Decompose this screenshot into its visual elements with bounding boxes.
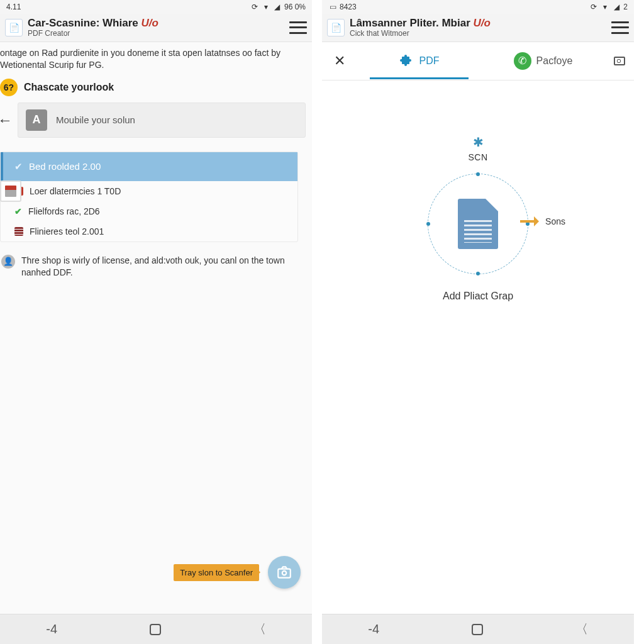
- list-item-label: Loer dlatermcies 1 T0D: [30, 186, 121, 196]
- nav-home[interactable]: [150, 624, 161, 635]
- status-battery: 2: [623, 3, 628, 11]
- app-title-accent: U/o: [141, 17, 158, 29]
- text-input-row[interactable]: A Moubile your solun: [18, 103, 306, 138]
- add-document-target[interactable]: Sons: [428, 174, 528, 274]
- signal-icon: ◢: [273, 3, 282, 11]
- back-arrow-icon[interactable]: ←: [0, 111, 14, 129]
- app-title-accent: U/o: [474, 17, 491, 29]
- puzzle-icon: [399, 53, 414, 69]
- svg-point-1: [282, 571, 287, 575]
- app-title-text: Car-Scasnine: Whiare: [28, 17, 138, 29]
- close-button[interactable]: ✕: [322, 43, 357, 79]
- scn-label: SCN: [468, 152, 487, 162]
- grid-icon: [14, 227, 23, 236]
- app-header: 📄 Car-Scasnine: Whiare U/o PDF Creator: [0, 14, 312, 42]
- app-subtitle: Cick that Witmoer: [350, 30, 606, 38]
- image-icon: [614, 57, 625, 65]
- signal-icon: ◢: [612, 3, 621, 11]
- document-thumbnail[interactable]: [0, 180, 21, 202]
- nav-recent[interactable]: -4: [368, 622, 379, 636]
- card-icon: ▭: [328, 3, 337, 11]
- system-nav: -4 〈: [0, 614, 312, 644]
- list-item-label: Flielfords rac, 2D6: [28, 206, 100, 216]
- fab-container: Tray slon to Scanfer: [174, 556, 301, 589]
- scn-marker: ✱ SCN: [468, 135, 487, 162]
- input-placeholder: Moubile your solun: [56, 114, 135, 125]
- system-nav: -4 〈: [322, 614, 634, 644]
- app-header: 📄 Lâmsanner Pliter. Mbiar U/o Cick that …: [322, 14, 634, 42]
- list-item[interactable]: Flinieres teol 2.001: [1, 221, 297, 242]
- document-list: ✔ Bed roolded 2.00 Loer dlatermcies 1 T0…: [0, 152, 298, 242]
- list-item[interactable]: ✔ Flielfords rac, 2D6: [1, 201, 297, 221]
- wifi-icon: ▾: [601, 3, 609, 11]
- font-icon: A: [26, 109, 47, 131]
- menu-button[interactable]: [611, 21, 629, 34]
- camera-icon: [276, 564, 292, 580]
- sync-icon: ⟳: [250, 3, 259, 11]
- tab-label: PDF: [419, 55, 440, 67]
- scan-fab[interactable]: [268, 556, 301, 589]
- wifi-icon: ▾: [262, 3, 270, 11]
- svg-rect-0: [278, 569, 291, 578]
- app-logo-icon: 📄: [327, 19, 345, 36]
- status-time: 4.11: [6, 3, 21, 11]
- tab-more[interactable]: [605, 47, 634, 75]
- menu-button[interactable]: [289, 21, 307, 34]
- tab-pacfoye[interactable]: ✆ Pacfoye: [481, 42, 605, 80]
- nav-home[interactable]: [472, 624, 483, 635]
- status-bar: 4.11 ⟳ ▾ ◢ 96 0%: [0, 0, 312, 14]
- phone-left: 4.11 ⟳ ▾ ◢ 96 0% 📄 Car-Scasnine: Whiare …: [0, 0, 322, 644]
- document-icon: [458, 199, 498, 249]
- tab-bar: ✕ PDF ✆ Pacfoye: [322, 42, 634, 80]
- tab-pdf[interactable]: PDF: [357, 43, 481, 79]
- whatsapp-icon: ✆: [514, 52, 531, 70]
- list-item[interactable]: Loer dlatermcies 1 T0D: [1, 181, 297, 201]
- sync-icon: ⟳: [589, 3, 598, 11]
- status-time: 8423: [340, 3, 357, 11]
- empty-state: ✱ SCN Sons Add Pliact Grap: [322, 80, 634, 614]
- list-item-selected[interactable]: ✔ Bed roolded 2.00: [1, 152, 297, 181]
- phone-right: ▭ 8423 ⟳ ▾ ◢ 2 📄 Lâmsanner Pliter. Mbiar…: [322, 0, 644, 644]
- empty-caption: Add Pliact Grap: [443, 291, 513, 302]
- app-title: Lâmsanner Pliter. Mbiar U/o: [350, 18, 606, 30]
- footnote-text: Thre shop is wirly of license, and ald:v…: [21, 255, 297, 279]
- step-title: Chascate yourlook: [24, 82, 114, 93]
- avatar-icon: 👤: [1, 255, 15, 269]
- intro-text: ontage on Rad purdienite in you doneme i…: [0, 42, 312, 75]
- handle-icon: [476, 272, 480, 275]
- app-subtitle: PDF Creator: [28, 30, 284, 38]
- tab-label: Pacfoye: [536, 55, 573, 67]
- handle-icon: [476, 172, 480, 176]
- list-item-label: Flinieres teol 2.001: [30, 226, 104, 236]
- fab-tooltip: Tray slon to Scanfer: [174, 564, 259, 581]
- step-badge: 6?: [0, 79, 18, 96]
- footnote: 👤 Thre shop is wirly of license, and ald…: [0, 242, 312, 285]
- nav-back[interactable]: 〈: [253, 621, 266, 638]
- export-arrow: Sons: [520, 216, 565, 226]
- list-item-label: Bed roolded 2.00: [29, 161, 101, 172]
- status-bar: ▭ 8423 ⟳ ▾ ◢ 2: [322, 0, 634, 14]
- app-title: Car-Scasnine: Whiare U/o: [28, 18, 284, 30]
- check-icon: ✔: [14, 161, 23, 172]
- status-battery: 96 0%: [284, 3, 306, 11]
- star-icon: ✱: [473, 135, 484, 150]
- app-title-text: Lâmsanner Pliter. Mbiar: [350, 17, 470, 29]
- step-row: 6? Chascate yourlook: [0, 75, 312, 103]
- check-icon: ✔: [14, 206, 22, 216]
- app-logo-icon: 📄: [5, 19, 23, 36]
- arrow-icon: [520, 220, 538, 223]
- nav-recent[interactable]: -4: [46, 622, 57, 636]
- handle-icon: [426, 222, 430, 226]
- arrow-label: Sons: [545, 216, 565, 226]
- nav-back[interactable]: 〈: [575, 621, 588, 638]
